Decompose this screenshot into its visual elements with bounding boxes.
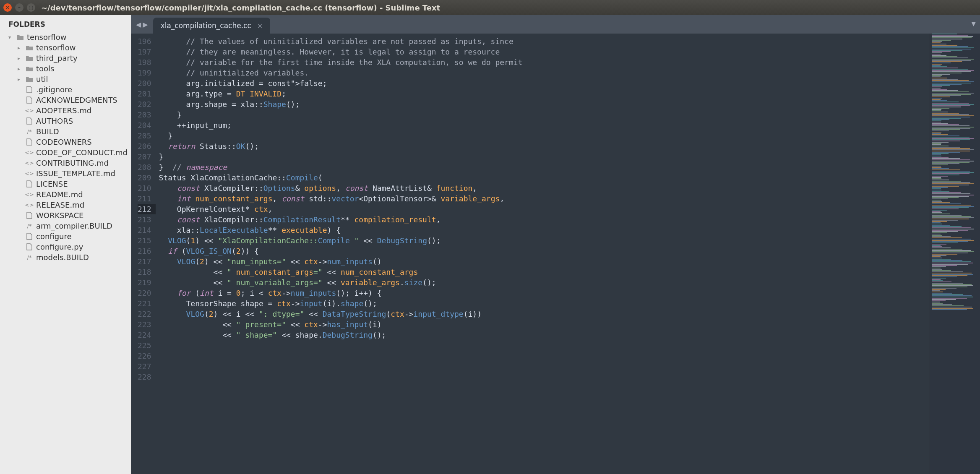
chevron-icon: ▸ bbox=[18, 76, 23, 82]
tree-file[interactable]: ACKNOWLEDGMENTS bbox=[0, 95, 131, 105]
code-line: VLOG(1) << "XlaCompilationCache::Compile… bbox=[159, 235, 930, 246]
minimize-icon[interactable]: – bbox=[15, 3, 23, 12]
tree-label: WORKSPACE bbox=[36, 211, 83, 220]
line-number: 212 bbox=[138, 204, 156, 214]
line-number: 205 bbox=[138, 130, 151, 141]
tree-label: ADOPTERS.md bbox=[36, 106, 91, 115]
tree-label: BUILD bbox=[36, 127, 59, 136]
file-icon bbox=[25, 96, 34, 104]
code-line: int num_constant_args, const std::vector… bbox=[159, 193, 930, 204]
line-number: 226 bbox=[138, 351, 151, 361]
chevron-icon: ▾ bbox=[8, 34, 13, 40]
minimap[interactable] bbox=[930, 34, 980, 474]
tab-close-icon[interactable]: × bbox=[257, 22, 263, 30]
code-line: OpKernelContext* ctx, bbox=[159, 204, 930, 214]
tree-label: LICENSE bbox=[36, 180, 68, 188]
folder-icon bbox=[25, 76, 34, 82]
tree-label: third_party bbox=[36, 54, 78, 63]
tree-file[interactable]: <>ADOPTERS.md bbox=[0, 105, 131, 116]
code-line: arg.shape = xla::Shape(); bbox=[159, 99, 930, 109]
tree-file[interactable]: /*arm_compiler.BUILD bbox=[0, 221, 131, 231]
line-number: 210 bbox=[138, 183, 151, 193]
file-icon bbox=[25, 138, 34, 146]
tree-file[interactable]: /*BUILD bbox=[0, 126, 131, 137]
line-number: 227 bbox=[138, 361, 151, 372]
close-icon[interactable]: ✕ bbox=[3, 3, 12, 12]
tree-file[interactable]: LICENSE bbox=[0, 179, 131, 189]
markdown-icon: <> bbox=[25, 202, 34, 208]
tree-file[interactable]: configure bbox=[0, 231, 131, 242]
nav-back-icon[interactable]: ◀ bbox=[136, 21, 141, 29]
folder-icon bbox=[25, 45, 34, 51]
tree-file[interactable]: .gitignore bbox=[0, 84, 131, 95]
tree-label: RELEASE.md bbox=[36, 201, 84, 209]
line-number: 219 bbox=[138, 277, 151, 288]
tree-file[interactable]: configure.py bbox=[0, 242, 131, 252]
build-icon: /* bbox=[25, 254, 34, 260]
tree-file[interactable]: AUTHORS bbox=[0, 116, 131, 126]
code-line: ++input_num; bbox=[159, 120, 930, 130]
tree-file[interactable]: CODEOWNERS bbox=[0, 137, 131, 147]
tree-root[interactable]: ▾tensorflow bbox=[0, 32, 131, 42]
tree-label: CONTRIBUTING.md bbox=[36, 159, 109, 167]
code-line: } bbox=[159, 109, 930, 120]
tree-label: util bbox=[36, 75, 48, 83]
file-icon bbox=[25, 233, 34, 240]
line-number: 202 bbox=[138, 99, 151, 109]
file-icon bbox=[25, 86, 34, 93]
sidebar: FOLDERS ▾tensorflow▸tensorflow▸third_par… bbox=[0, 15, 131, 474]
tree-folder[interactable]: ▸third_party bbox=[0, 53, 131, 63]
tree-folder[interactable]: ▸tools bbox=[0, 63, 131, 74]
file-icon bbox=[25, 117, 34, 125]
chevron-icon: ▸ bbox=[18, 66, 23, 72]
code-line: << " num_constant_args=" << num_constant… bbox=[159, 267, 930, 277]
tree-file[interactable]: <>ISSUE_TEMPLATE.md bbox=[0, 168, 131, 179]
tree-file[interactable]: <>RELEASE.md bbox=[0, 200, 131, 210]
tab-label: xla_compilation_cache.cc bbox=[161, 21, 251, 30]
tree-label: ISSUE_TEMPLATE.md bbox=[36, 169, 115, 178]
code-line: for (int i = 0; i < ctx->num_inputs(); i… bbox=[159, 288, 930, 298]
code-line: // uninitialized variables. bbox=[159, 68, 930, 78]
line-number: 217 bbox=[138, 256, 151, 267]
tab-active[interactable]: xla_compilation_cache.cc × bbox=[153, 18, 271, 34]
code-line: TensorShape shape = ctx->input(i).shape(… bbox=[159, 298, 930, 309]
markdown-icon: <> bbox=[25, 160, 34, 166]
maximize-icon[interactable]: ▢ bbox=[27, 3, 35, 12]
line-number: 220 bbox=[138, 288, 151, 298]
code-line: // variable for the first time inside th… bbox=[159, 57, 930, 68]
line-number: 228 bbox=[138, 372, 151, 382]
tree-label: models.BUILD bbox=[36, 253, 89, 262]
line-number: 201 bbox=[138, 89, 151, 99]
line-number: 213 bbox=[138, 214, 151, 225]
gutter: 1961971981992002012022032042052062072082… bbox=[131, 34, 156, 474]
code-line: << " num_variable_args=" << variable_arg… bbox=[159, 277, 930, 288]
file-icon bbox=[25, 180, 34, 188]
code-line: << " present=" << ctx->has_input(i) bbox=[159, 319, 930, 330]
folder-icon bbox=[25, 55, 34, 61]
tab-overflow-icon[interactable]: ▼ bbox=[971, 20, 976, 27]
tree-file[interactable]: <>CODE_OF_CONDUCT.md bbox=[0, 147, 131, 158]
tree-file[interactable]: <>README.md bbox=[0, 189, 131, 200]
code-line: } bbox=[159, 130, 930, 141]
tree-label: CODE_OF_CONDUCT.md bbox=[36, 148, 128, 157]
markdown-icon: <> bbox=[25, 107, 34, 114]
line-number: 216 bbox=[138, 246, 151, 256]
tree-file[interactable]: WORKSPACE bbox=[0, 210, 131, 221]
tree-folder[interactable]: ▸util bbox=[0, 74, 131, 84]
tree-label: ACKNOWLEDGMENTS bbox=[36, 96, 117, 104]
tabstrip: ◀ ▶ xla_compilation_cache.cc × ▼ bbox=[131, 15, 980, 34]
folder-icon bbox=[16, 34, 24, 40]
markdown-icon: <> bbox=[25, 191, 34, 198]
tree-label: .gitignore bbox=[36, 85, 72, 94]
tree-file[interactable]: <>CONTRIBUTING.md bbox=[0, 158, 131, 168]
tree-folder[interactable]: ▸tensorflow bbox=[0, 42, 131, 53]
code-line: Status XlaCompilationCache::Compile( bbox=[159, 172, 930, 183]
file-icon bbox=[25, 212, 34, 219]
line-number: 218 bbox=[138, 267, 151, 277]
code-editor[interactable]: // The values of uninitialized variables… bbox=[156, 34, 930, 474]
code-line: arg.type = DT_INVALID; bbox=[159, 89, 930, 99]
tree-label: AUTHORS bbox=[36, 117, 73, 125]
tree-file[interactable]: /*models.BUILD bbox=[0, 252, 131, 263]
nav-forward-icon[interactable]: ▶ bbox=[143, 21, 148, 29]
sidebar-header: FOLDERS bbox=[0, 18, 131, 32]
